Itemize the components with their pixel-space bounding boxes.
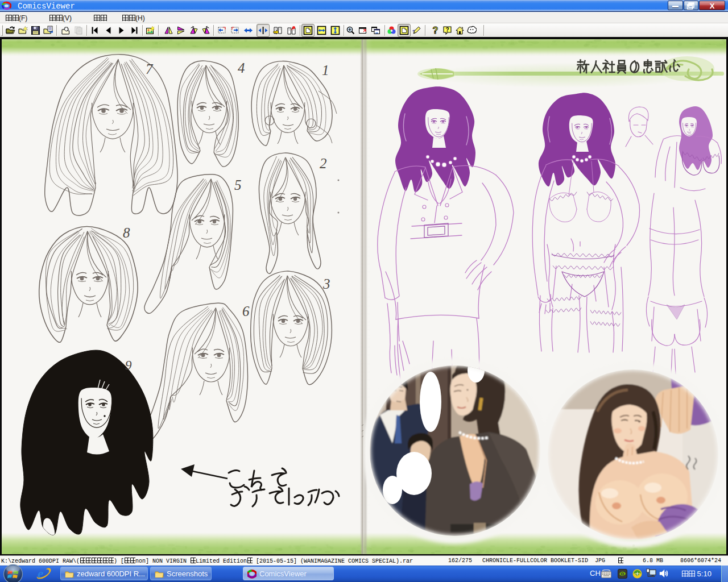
svg-text:1: 1: [322, 63, 329, 78]
svg-text:9: 9: [125, 358, 132, 372]
svg-text:8: 8: [123, 225, 130, 240]
svg-text:5: 5: [234, 177, 242, 193]
svg-text:?: ?: [445, 27, 449, 33]
svg-text:3: 3: [322, 276, 330, 292]
svg-text:4: 4: [238, 60, 245, 76]
svg-text:7: 7: [146, 61, 154, 77]
svg-text:2: 2: [320, 156, 327, 171]
svg-text:6: 6: [242, 304, 250, 319]
svg-text:?: ?: [433, 26, 439, 35]
